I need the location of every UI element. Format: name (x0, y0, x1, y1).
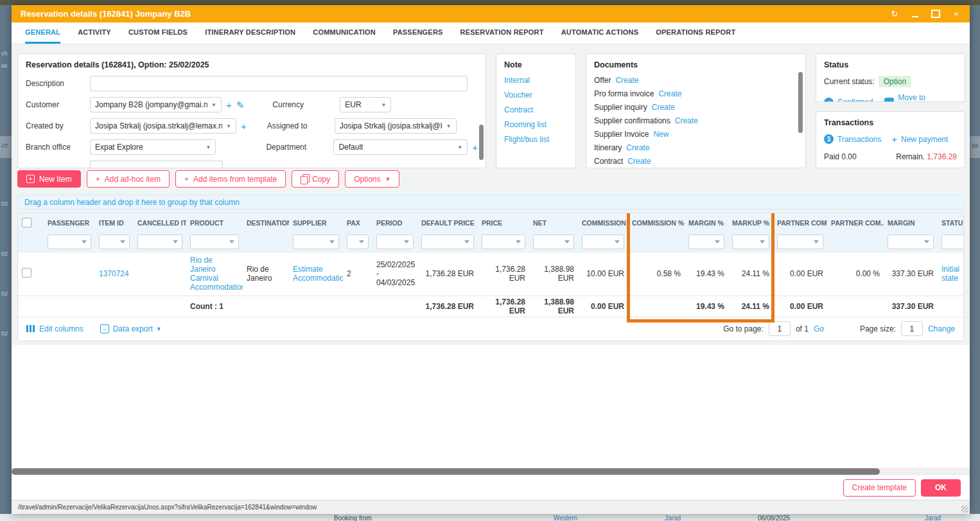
new-payment-link[interactable]: New payment (901, 135, 948, 144)
col-header-supplier[interactable]: SUPPLIER (289, 213, 343, 233)
col-header-default-price[interactable]: DEFAULT PRICE (417, 213, 478, 233)
minimize-button[interactable] (911, 10, 920, 19)
copy-button[interactable]: Copy (292, 170, 339, 188)
currency-select[interactable]: EUR ▼ (340, 97, 391, 112)
move-to-unrealized-link[interactable]: Move to unrealized (898, 93, 957, 102)
document-create-link[interactable]: Create (658, 89, 681, 98)
customer-select[interactable]: Jompany B2B (jompany@gmai.net) ▼ (90, 97, 222, 112)
add-items-from-template-button[interactable]: + Add items from template (175, 170, 286, 188)
filter-partner-com-1[interactable] (777, 234, 823, 249)
document-new-link[interactable]: New (653, 130, 669, 139)
transactions-link[interactable]: Transactions (837, 135, 881, 144)
create-template-button[interactable]: Create template (843, 479, 916, 497)
note-link-voucher[interactable]: Voucher (504, 91, 568, 100)
maximize-button[interactable] (931, 10, 940, 19)
filter-markup-pct[interactable] (732, 234, 769, 249)
note-link-flight-bus-list[interactable]: Flight/bus list (504, 135, 568, 144)
col-header-passenger[interactable]: PASSENGER (44, 213, 95, 233)
col-header-pax[interactable]: PAX (343, 213, 372, 233)
tab-operations-report[interactable]: OPERATIONS REPORT (656, 22, 735, 44)
description-input[interactable] (90, 76, 468, 91)
add-department-icon[interactable]: + (472, 143, 478, 152)
filter-price[interactable] (482, 234, 525, 249)
tab-communication[interactable]: COMMUNICATION (313, 22, 376, 44)
col-header-net[interactable]: NET (529, 213, 578, 233)
col-header-commission-pct[interactable]: COMMISSION % (628, 213, 685, 233)
note-link-rooming-list[interactable]: Rooming list (504, 120, 568, 129)
tab-automatic-actions[interactable]: AUTOMATIC ACTIONS (561, 22, 639, 44)
col-header-item-id[interactable]: ITEM ID (95, 213, 134, 233)
col-header-markup-pct[interactable]: MARKUP % (728, 213, 773, 233)
col-header-price[interactable]: PRICE (478, 213, 529, 233)
panel-scrollbar[interactable] (798, 72, 803, 133)
col-header-margin[interactable]: MARGIN (884, 213, 938, 233)
add-customer-icon[interactable]: + (226, 100, 232, 110)
col-header-commission[interactable]: COMMISSION (578, 213, 628, 233)
data-export-button[interactable]: → Data export ▼ (83, 324, 162, 333)
filter-pax[interactable] (347, 234, 369, 249)
col-header-partner-com-1[interactable]: PARTNER COM... (773, 213, 827, 233)
filter-product[interactable] (190, 234, 239, 249)
new-item-button[interactable]: + New Item (17, 170, 81, 188)
panel-scrollbar[interactable] (479, 125, 484, 160)
col-header-margin-pct[interactable]: MARGIN % (685, 213, 728, 233)
row-checkbox[interactable] (22, 268, 31, 278)
group-by-drop-zone[interactable]: Drag a column header and drop it here to… (17, 195, 964, 209)
add-adhoc-item-button[interactable]: + Add ad-hoc item (87, 170, 170, 188)
options-button[interactable]: Options ▼ (345, 170, 399, 188)
horizontal-scrollbar-thumb[interactable] (12, 468, 880, 475)
tab-activity[interactable]: ACTIVITY (78, 22, 111, 44)
col-header-status[interactable]: STATUS (938, 213, 964, 233)
tab-itinerary-description[interactable]: ITINERARY DESCRIPTION (205, 22, 295, 44)
filter-item-id[interactable] (99, 234, 130, 249)
goto-page-input[interactable] (769, 321, 791, 336)
department-select[interactable]: Default ▼ (333, 139, 468, 155)
filter-passenger[interactable] (48, 234, 91, 249)
document-create-link[interactable]: Create (675, 116, 698, 125)
created-by-select[interactable]: Josipa Strkalj (josipa.strkalj@lemax.net… (90, 118, 236, 134)
assigned-to-select[interactable]: Josipa Strkalj (josipa.strkalj@lemax.r ▼ (335, 118, 457, 134)
horizontal-scrollbar-track[interactable] (12, 468, 970, 475)
tab-passengers[interactable]: PASSENGERS (393, 22, 443, 44)
add-user-icon[interactable]: + (241, 121, 247, 131)
tab-general[interactable]: GENERAL (25, 22, 60, 44)
filter-supplier[interactable] (293, 234, 339, 249)
note-link-contract[interactable]: Contract (504, 105, 568, 114)
status-link[interactable]: Initial state (941, 265, 959, 283)
tab-reservation-report[interactable]: RESERVATION REPORT (460, 22, 544, 44)
col-header-product[interactable]: PRODUCT (186, 213, 243, 233)
refresh-icon[interactable]: ↻ (890, 10, 899, 19)
tab-custom-fields[interactable]: CUSTOM FIELDS (128, 22, 188, 44)
go-button[interactable]: Go (814, 324, 824, 333)
close-button[interactable]: × (952, 10, 961, 19)
filter-status[interactable] (941, 234, 964, 249)
product-link[interactable]: Rio de Janeiro Carnival Accommodation (190, 256, 243, 292)
filter-cancelled[interactable] (137, 234, 182, 249)
edit-customer-pencil-icon[interactable]: ✎ (236, 100, 245, 110)
select-all-checkbox[interactable] (22, 218, 31, 227)
document-create-link[interactable]: Create (626, 143, 649, 152)
supplier-link[interactable]: Estimate Accommodation (293, 265, 343, 283)
col-header-period[interactable]: PERIOD (372, 213, 417, 233)
branch-office-select[interactable]: Expat Explore ▼ (90, 139, 216, 155)
col-header-destination[interactable]: DESTINATION (243, 213, 289, 233)
filter-net[interactable] (533, 234, 574, 249)
confirmed-link[interactable]: Confirmed (837, 98, 873, 102)
ok-button[interactable]: OK (921, 479, 961, 497)
page-size-input[interactable] (901, 321, 923, 336)
filter-period[interactable] (376, 234, 414, 249)
filter-default-price[interactable] (421, 234, 474, 249)
filter-commission[interactable] (582, 234, 624, 249)
document-create-link[interactable]: Create (652, 103, 675, 112)
col-header-partner-com-2[interactable]: PARTNER COM... (827, 213, 884, 233)
change-page-size-button[interactable]: Change (928, 324, 955, 333)
document-create-link[interactable]: Create (615, 76, 638, 85)
note-link-internal[interactable]: Internal (504, 76, 568, 85)
filter-margin-pct[interactable] (688, 234, 724, 249)
item-id-link[interactable]: 1370724 (99, 269, 129, 278)
resize-handle[interactable] (961, 506, 968, 513)
edit-columns-button[interactable]: Edit columns (26, 324, 83, 333)
col-header-cancelled[interactable]: CANCELLED ITE... (134, 213, 186, 233)
document-create-link[interactable]: Create (627, 157, 651, 166)
filter-margin[interactable] (888, 234, 934, 249)
